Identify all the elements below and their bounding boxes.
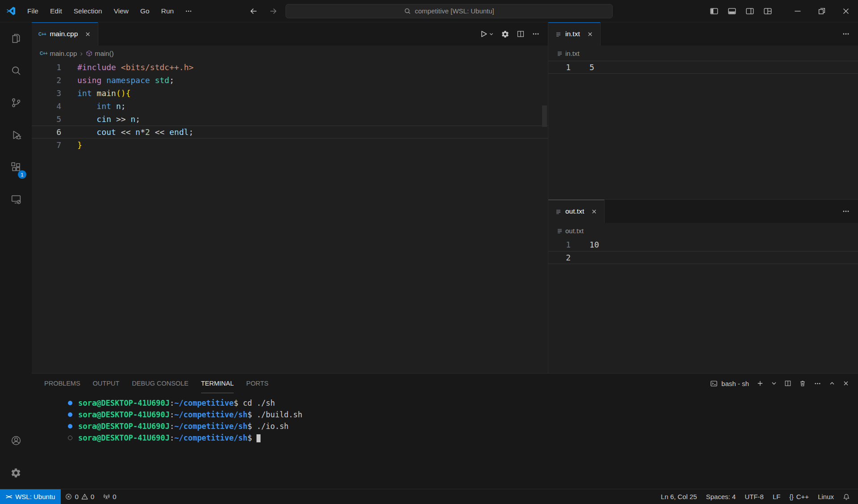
- kill-terminal-trash-icon[interactable]: [799, 380, 806, 387]
- breadcrumb-file[interactable]: C++ main.cpp: [40, 50, 77, 57]
- notifications-bell-icon[interactable]: [838, 489, 854, 504]
- breadcrumb-file[interactable]: in.txt: [556, 50, 580, 57]
- source-control-icon[interactable]: [0, 87, 32, 119]
- command-decoration-icon[interactable]: [68, 401, 72, 405]
- run-cpp-button[interactable]: [479, 29, 494, 38]
- eol-indicator[interactable]: LF: [768, 489, 785, 504]
- settings-gear-icon[interactable]: [0, 457, 32, 489]
- menu-selection[interactable]: Selection: [68, 0, 108, 22]
- error-count: 0: [75, 493, 78, 500]
- breadcrumb-symbol[interactable]: main(): [86, 50, 114, 57]
- terminal-line-3[interactable]: sora@DESKTOP-41U690J:~/competitive/sh$ .…: [32, 420, 858, 432]
- tab-label: main.cpp: [50, 30, 78, 38]
- toggle-secondary-sidebar-icon[interactable]: [741, 0, 759, 22]
- maximize-panel-chevron-icon[interactable]: [829, 380, 835, 386]
- panel-tab-output[interactable]: OUTPUT: [93, 374, 120, 393]
- main-editor[interactable]: 1#include <bits/stdc++.h>2using namespac…: [32, 61, 548, 373]
- code-line-1[interactable]: 110: [548, 238, 858, 251]
- close-tab-icon[interactable]: [585, 29, 595, 39]
- terminal-line-2[interactable]: sora@DESKTOP-41U690J:~/competitive/sh$ .…: [32, 409, 858, 420]
- terminal-line-4[interactable]: sora@DESKTOP-41U690J:~/competitive/sh$: [32, 432, 858, 444]
- remote-os[interactable]: Linux: [813, 489, 838, 504]
- new-terminal-icon[interactable]: [757, 380, 764, 387]
- back-button[interactable]: [245, 3, 261, 19]
- terminal-lines: sora@DESKTOP-41U690J:~/competitive$ cd .…: [32, 397, 858, 444]
- run-debug-icon[interactable]: [0, 119, 32, 151]
- tab-out-txt[interactable]: out.txt: [548, 200, 605, 223]
- menu-view[interactable]: View: [108, 0, 134, 22]
- restore-button[interactable]: [810, 0, 834, 22]
- menu-edit[interactable]: Edit: [44, 0, 68, 22]
- close-window-button[interactable]: [834, 0, 858, 22]
- code-line-2[interactable]: 2using namespace std;: [32, 74, 548, 87]
- forward-button[interactable]: [265, 3, 282, 19]
- menu-file[interactable]: File: [21, 0, 44, 22]
- scrollbar-thumb[interactable]: [542, 105, 547, 127]
- code-line-7[interactable]: 7}: [32, 139, 548, 151]
- problems-indicator[interactable]: 0 0: [61, 489, 99, 504]
- extensions-icon[interactable]: 1: [0, 151, 32, 183]
- editor-gear-icon[interactable]: [501, 30, 509, 38]
- code-line-2[interactable]: 2: [548, 251, 858, 264]
- split-editor-icon[interactable]: [517, 30, 525, 38]
- search-input[interactable]: competitive [WSL: Ubuntu]: [286, 4, 613, 18]
- panel-tab-ports[interactable]: PORTS: [246, 374, 269, 393]
- code-line-3[interactable]: 3int main(){: [32, 87, 548, 100]
- panel-tab-debug-console[interactable]: DEBUG CONSOLE: [132, 374, 189, 393]
- breadcrumb-file[interactable]: out.txt: [556, 227, 584, 235]
- code-line-1[interactable]: 15: [548, 61, 858, 74]
- code-token: endl: [169, 127, 189, 137]
- split-terminal-icon[interactable]: [784, 380, 791, 387]
- breadcrumb: in.txt: [548, 46, 858, 61]
- language-mode[interactable]: {} C++: [785, 489, 813, 504]
- editor-more-actions-icon[interactable]: [532, 30, 540, 38]
- toggle-sidebar-icon[interactable]: [705, 0, 723, 22]
- indentation[interactable]: Spaces: 4: [702, 489, 740, 504]
- close-tab-icon[interactable]: [589, 207, 599, 216]
- encoding[interactable]: UTF-8: [740, 489, 768, 504]
- tab-in-txt[interactable]: in.txt: [548, 22, 601, 46]
- command-decoration-icon[interactable]: [68, 412, 72, 417]
- editor-more-actions-icon[interactable]: [842, 207, 850, 215]
- code-line-4[interactable]: 4 int n;: [32, 100, 548, 113]
- code-token: [77, 101, 97, 111]
- search-sidebar-icon[interactable]: [0, 55, 32, 87]
- tab-main-cpp[interactable]: C++ main.cpp: [32, 22, 98, 46]
- panel-tab-problems[interactable]: PROBLEMS: [44, 374, 80, 393]
- cursor-position[interactable]: Ln 6, Col 25: [656, 489, 702, 504]
- terminal-token: $: [248, 433, 252, 442]
- in-editor[interactable]: 15: [548, 61, 858, 199]
- toggle-panel-icon[interactable]: [723, 0, 741, 22]
- customize-layout-icon[interactable]: [759, 0, 777, 22]
- panel-more-actions-icon[interactable]: [814, 380, 821, 387]
- ports-indicator[interactable]: 0: [99, 489, 121, 504]
- terminal-session-label: bash - sh: [721, 380, 749, 387]
- code-token: <<: [155, 127, 164, 137]
- menu-run[interactable]: Run: [155, 0, 179, 22]
- account-icon[interactable]: [0, 424, 32, 457]
- out-editor[interactable]: 1102: [548, 238, 858, 373]
- more-menus-icon[interactable]: [180, 8, 198, 15]
- panel-tab-terminal[interactable]: TERMINAL: [201, 374, 234, 393]
- code-line-5[interactable]: 5 cin >> n;: [32, 113, 548, 126]
- workbench: C++ main.cpp: [32, 22, 858, 489]
- close-panel-icon[interactable]: [843, 380, 849, 386]
- explorer-icon[interactable]: [0, 22, 32, 55]
- line-number: 2: [32, 74, 61, 87]
- terminal-line-1[interactable]: sora@DESKTOP-41U690J:~/competitive$ cd .…: [32, 397, 858, 409]
- status-bar-right: Ln 6, Col 25 Spaces: 4 UTF-8 LF {} C++ L…: [656, 489, 858, 504]
- editor-more-actions-icon[interactable]: [842, 30, 850, 38]
- remote-indicator[interactable]: >< WSL: Ubuntu: [0, 489, 61, 504]
- close-tab-icon[interactable]: [83, 29, 93, 39]
- remote-explorer-icon[interactable]: [0, 183, 32, 215]
- terminal-session-selector[interactable]: bash - sh: [710, 380, 749, 387]
- code-line-text: 10: [571, 238, 599, 251]
- terminal-content[interactable]: sora@DESKTOP-41U690J:~/competitive$ cd .…: [32, 393, 858, 489]
- code-line-6[interactable]: 6 cout << n*2 << endl;: [32, 126, 548, 139]
- code-line-1[interactable]: 1#include <bits/stdc++.h>: [32, 61, 548, 74]
- command-decoration-icon[interactable]: [68, 424, 72, 428]
- minimize-button[interactable]: [786, 0, 810, 22]
- prompt-decoration-icon[interactable]: [68, 436, 72, 440]
- menu-go[interactable]: Go: [135, 0, 156, 22]
- terminal-dropdown-chevron-icon[interactable]: [771, 381, 777, 386]
